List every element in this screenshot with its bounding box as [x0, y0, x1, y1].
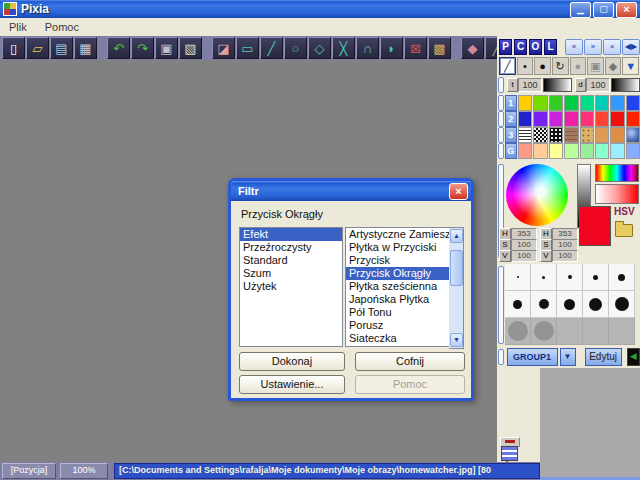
hue-bar[interactable] — [595, 164, 639, 182]
undo-button[interactable]: Cofnij — [355, 352, 465, 371]
brush-size-cell[interactable] — [583, 291, 609, 318]
scroll-up-icon[interactable]: ▲ — [450, 229, 463, 243]
slider-bar[interactable] — [611, 78, 640, 92]
open-palette-folder-icon[interactable] — [615, 224, 633, 237]
brush-size-cell[interactable] — [609, 264, 635, 291]
filter-item[interactable]: Porusz — [346, 319, 449, 332]
tint-bar[interactable] — [595, 184, 639, 204]
brush-size-cell[interactable] — [583, 318, 609, 345]
palette-swatch[interactable] — [533, 111, 547, 127]
palette-swatch[interactable] — [595, 95, 609, 111]
brush-size-cell[interactable] — [609, 318, 635, 345]
pen-tool-button[interactable]: ╱ — [499, 57, 516, 75]
minimize-icon[interactable]: ▁ — [570, 2, 591, 18]
category-item[interactable]: Przeźroczysty — [240, 241, 342, 254]
palette-swatch[interactable] — [580, 95, 594, 111]
fill-button[interactable]: ◗ — [380, 37, 403, 59]
palette-swatch[interactable] — [580, 143, 594, 159]
brush-size-cell[interactable] — [609, 291, 635, 318]
palette-row-tab[interactable]: 1 — [505, 95, 518, 111]
palette-scroll-handle[interactable] — [498, 111, 504, 127]
palette-swatch[interactable] — [564, 95, 578, 111]
restore-icon[interactable]: ▢ — [593, 2, 614, 18]
copy-button[interactable]: ▣ — [155, 37, 178, 59]
palette-swatch[interactable] — [533, 143, 547, 159]
palette-swatch[interactable] — [533, 127, 547, 143]
slider-bar[interactable] — [543, 78, 572, 92]
paint-palette-button[interactable]: ◆ — [461, 37, 484, 59]
more-tools-dropdown[interactable]: ▼ — [622, 57, 639, 75]
layer-panel-icon[interactable] — [501, 446, 518, 461]
close-panel-icon[interactable]: × — [603, 39, 621, 55]
brush-scroll-handle[interactable] — [498, 266, 504, 344]
group-scroll-handle[interactable] — [498, 349, 504, 365]
palette-swatch[interactable] — [549, 95, 563, 111]
palette-swatch[interactable] — [595, 143, 609, 159]
crop-delete-button[interactable]: ⊠ — [404, 37, 427, 59]
next-panel-icon[interactable]: » — [584, 39, 602, 55]
palette-scroll-handle[interactable] — [498, 127, 504, 143]
redo-button[interactable]: ↷ — [131, 37, 154, 59]
palette-swatch[interactable] — [626, 127, 640, 143]
palette-row-tab[interactable]: G — [505, 143, 518, 159]
brush-size-cell[interactable] — [583, 264, 609, 291]
scroll-down-icon[interactable]: ▼ — [450, 333, 463, 347]
panel-tab-button[interactable]: C — [514, 39, 527, 55]
eraser-tool-button[interactable]: ◆ — [605, 57, 622, 75]
palette-swatch[interactable] — [610, 111, 624, 127]
palette-swatch[interactable] — [626, 95, 640, 111]
palette-swatch[interactable] — [564, 127, 578, 143]
line-select-button[interactable]: ╱ — [260, 37, 283, 59]
palette-swatch[interactable] — [533, 95, 547, 111]
palette-swatch[interactable] — [626, 143, 640, 159]
palette-swatch[interactable] — [580, 127, 594, 143]
settings-button[interactable]: Ustawienie... — [239, 375, 345, 394]
undo-button[interactable]: ↶ — [107, 37, 130, 59]
palette-swatch[interactable] — [595, 127, 609, 143]
brush-size-cell[interactable] — [505, 318, 531, 345]
filter-item[interactable]: Płytka sześcienna — [346, 280, 449, 293]
dialog-close-icon[interactable]: × — [449, 183, 468, 200]
palette-scroll-handle[interactable] — [498, 95, 504, 111]
speaker-icon[interactable]: ◀ — [627, 348, 640, 366]
cross-select-button[interactable]: ╳ — [332, 37, 355, 59]
brush-size-cell[interactable] — [531, 318, 557, 345]
filter-item[interactable]: Japońska Płytka — [346, 293, 449, 306]
brush-size-cell[interactable] — [505, 264, 531, 291]
slider-value[interactable]: 100 — [586, 78, 610, 92]
apply-button[interactable]: Dokonaj — [239, 352, 345, 371]
palette-swatch[interactable] — [580, 111, 594, 127]
prev-panel-icon[interactable]: « — [565, 39, 583, 55]
hsv-value[interactable]: 100 — [552, 250, 578, 262]
paste-button[interactable]: ▧ — [179, 37, 202, 59]
palette-swatch[interactable] — [518, 95, 532, 111]
filter-list-scrollbar[interactable]: ▲ ▼ — [449, 227, 464, 349]
new-button[interactable]: ▯ — [2, 37, 25, 59]
rectangle-select-button[interactable]: ▭ — [236, 37, 259, 59]
ellipse-select-button[interactable]: ○ — [284, 37, 307, 59]
panel-tab-button[interactable]: L — [544, 39, 557, 55]
filter-item[interactable]: Przycisk — [346, 254, 449, 267]
position-button[interactable]: [Pozycja] — [2, 463, 56, 479]
palette-swatch[interactable] — [564, 111, 578, 127]
zoom-level-button[interactable]: 100% — [60, 463, 108, 479]
dialog-title-bar[interactable]: Filtr × — [231, 181, 471, 201]
soft-dot-tool-button[interactable]: ● — [570, 57, 587, 75]
filter-item[interactable]: Płytka w Przyciski — [346, 241, 449, 254]
hsv-value[interactable]: 100 — [511, 250, 537, 262]
print-button[interactable]: ▦ — [74, 37, 97, 59]
panel-tab-button[interactable]: O — [529, 39, 542, 55]
curve-select-button[interactable]: ∩ — [356, 37, 379, 59]
menu-item[interactable]: Plik — [0, 18, 36, 36]
palette-swatch[interactable] — [549, 127, 563, 143]
panel-tab-button[interactable]: P — [499, 39, 512, 55]
category-item[interactable]: Efekt — [240, 228, 342, 241]
filter-item[interactable]: Artystyczne Zamiesz — [346, 228, 449, 241]
group-dropdown-icon[interactable]: ▼ — [560, 348, 576, 366]
brush-tool-button[interactable]: ● — [534, 57, 551, 75]
polygon-select-button[interactable]: ◇ — [308, 37, 331, 59]
palette-swatch[interactable] — [564, 143, 578, 159]
palette-swatch[interactable] — [610, 143, 624, 159]
filter-item[interactable]: Przycisk Okrągły — [346, 267, 449, 280]
close-icon[interactable]: × — [616, 2, 637, 18]
